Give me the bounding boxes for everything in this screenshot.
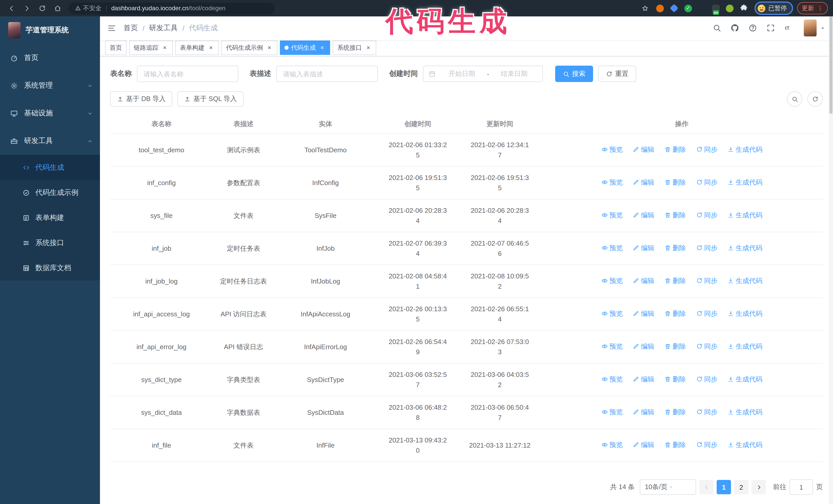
- paused-extension-badge[interactable]: 已暂停: [755, 2, 793, 15]
- goto-page-input[interactable]: [789, 479, 813, 495]
- sync-link[interactable]: 同步: [696, 341, 717, 351]
- sync-link[interactable]: 同步: [696, 210, 717, 220]
- show-search-button[interactable]: [787, 91, 802, 106]
- date-range-picker[interactable]: 开始日期 - 结束日期: [423, 66, 543, 82]
- security-status[interactable]: 不安全: [75, 4, 101, 13]
- caret-down-icon[interactable]: [820, 25, 826, 31]
- generate-code-link[interactable]: 生成代码: [728, 177, 763, 187]
- green-shield-extension-icon[interactable]: ✓: [684, 4, 692, 12]
- generate-code-link[interactable]: 生成代码: [728, 407, 763, 417]
- delete-link[interactable]: 删除: [664, 243, 686, 253]
- avatar[interactable]: [804, 20, 816, 37]
- refresh-button[interactable]: [807, 91, 823, 106]
- green-bot-extension-icon[interactable]: [726, 4, 734, 12]
- delete-link[interactable]: 删除: [664, 407, 686, 417]
- preview-link[interactable]: 预览: [601, 144, 623, 154]
- generate-code-link[interactable]: 生成代码: [728, 374, 763, 384]
- back-icon[interactable]: [5, 2, 18, 14]
- sidebar-subitem-db-doc[interactable]: 数据库文档: [0, 255, 100, 281]
- close-icon[interactable]: ×: [266, 45, 273, 51]
- preview-link[interactable]: 预览: [601, 440, 623, 450]
- close-icon[interactable]: ×: [319, 45, 326, 51]
- preview-link[interactable]: 预览: [601, 407, 623, 417]
- window-scrollbar[interactable]: [829, 17, 833, 504]
- import-db-button[interactable]: 基于 DB 导入: [110, 91, 172, 106]
- delete-link[interactable]: 删除: [664, 144, 686, 154]
- bookmark-star-icon[interactable]: [641, 4, 649, 12]
- delete-link[interactable]: 删除: [664, 210, 686, 220]
- page-size-select[interactable]: 10条/页: [640, 479, 696, 495]
- preview-link[interactable]: 预览: [601, 341, 623, 351]
- home-icon[interactable]: [51, 2, 64, 14]
- sync-link[interactable]: 同步: [696, 440, 717, 450]
- blue-gem-extension-icon[interactable]: [670, 4, 679, 13]
- sync-link[interactable]: 同步: [696, 308, 717, 318]
- generate-code-link[interactable]: 生成代码: [728, 308, 763, 318]
- generate-code-link[interactable]: 生成代码: [728, 341, 763, 351]
- breadcrumb-item[interactable]: 研发工具: [149, 24, 178, 33]
- close-icon[interactable]: ×: [208, 45, 214, 51]
- puzzle-extension-icon[interactable]: [740, 4, 747, 12]
- font-size-icon[interactable]: tT: [784, 24, 793, 32]
- sidebar-item-home[interactable]: 首页: [0, 44, 100, 72]
- scrollbar-thumb[interactable]: [829, 17, 832, 114]
- generate-code-link[interactable]: 生成代码: [728, 243, 763, 253]
- search-icon[interactable]: [713, 24, 721, 32]
- reset-button[interactable]: 重置: [598, 66, 636, 82]
- preview-link[interactable]: 预览: [601, 374, 623, 384]
- sidebar-item-system[interactable]: 系统管理: [0, 72, 100, 99]
- preview-link[interactable]: 预览: [601, 177, 623, 187]
- preview-link[interactable]: 预览: [601, 275, 623, 286]
- sync-link[interactable]: 同步: [696, 275, 717, 286]
- sync-link[interactable]: 同步: [696, 407, 717, 417]
- edit-link[interactable]: 编辑: [633, 243, 654, 253]
- edit-link[interactable]: 编辑: [633, 374, 654, 384]
- edit-link[interactable]: 编辑: [633, 177, 654, 187]
- import-sql-button[interactable]: 基于 SQL 导入: [177, 91, 244, 106]
- edit-link[interactable]: 编辑: [633, 308, 654, 318]
- sidebar-subitem-form-builder[interactable]: 表单构建: [0, 205, 100, 230]
- edit-link[interactable]: 编辑: [633, 440, 654, 450]
- orange-extension-icon[interactable]: [656, 4, 664, 12]
- sync-link[interactable]: 同步: [696, 243, 717, 253]
- edit-link[interactable]: 编辑: [633, 407, 654, 417]
- github-icon[interactable]: [731, 24, 739, 32]
- forward-icon[interactable]: [21, 2, 33, 14]
- delete-link[interactable]: 删除: [664, 308, 686, 318]
- generate-code-link[interactable]: 生成代码: [728, 275, 763, 286]
- tab-tag[interactable]: 代码生成 ×: [280, 41, 330, 55]
- breadcrumb-item[interactable]: 首页: [123, 24, 138, 33]
- delete-link[interactable]: 删除: [664, 275, 686, 286]
- generate-code-link[interactable]: 生成代码: [728, 210, 763, 220]
- dark-extension-icon[interactable]: on: [712, 4, 720, 12]
- sidebar-subitem-codegen[interactable]: 代码生成: [0, 155, 100, 180]
- fullscreen-icon[interactable]: [766, 24, 775, 32]
- next-page-button[interactable]: [752, 480, 766, 494]
- preview-link[interactable]: 预览: [601, 210, 623, 220]
- hamburger-icon[interactable]: [100, 24, 123, 33]
- close-icon[interactable]: ×: [162, 45, 168, 51]
- tab-tag[interactable]: 链路追踪 ×: [129, 41, 173, 55]
- sidebar-subitem-codegen-example[interactable]: 代码生成示例: [0, 180, 100, 205]
- edit-link[interactable]: 编辑: [633, 144, 654, 154]
- generate-code-link[interactable]: 生成代码: [728, 440, 763, 450]
- delete-link[interactable]: 删除: [664, 374, 686, 384]
- tab-tag[interactable]: 首页: [105, 41, 127, 55]
- tab-tag[interactable]: 表单构建 ×: [175, 41, 219, 55]
- tab-tag[interactable]: 系统接口 ×: [333, 41, 376, 55]
- address-bar[interactable]: 不安全 dashboard.yudao.iocoder.cn/tool/code…: [69, 2, 275, 14]
- edit-link[interactable]: 编辑: [633, 275, 654, 286]
- page-number-1[interactable]: 1: [717, 480, 731, 494]
- sync-link[interactable]: 同步: [696, 144, 717, 154]
- close-icon[interactable]: ×: [365, 45, 372, 51]
- delete-link[interactable]: 删除: [664, 341, 686, 351]
- sidebar-subitem-system-api[interactable]: 系统接口: [0, 230, 100, 255]
- help-icon[interactable]: [748, 24, 757, 32]
- tab-tag[interactable]: 代码生成示例 ×: [221, 41, 277, 55]
- grid-extension-icon[interactable]: [698, 4, 706, 12]
- table-desc-input[interactable]: [276, 66, 378, 82]
- generate-code-link[interactable]: 生成代码: [728, 144, 763, 154]
- reload-icon[interactable]: [36, 2, 48, 14]
- browser-update-button[interactable]: 更新: [797, 2, 828, 14]
- preview-link[interactable]: 预览: [601, 308, 623, 318]
